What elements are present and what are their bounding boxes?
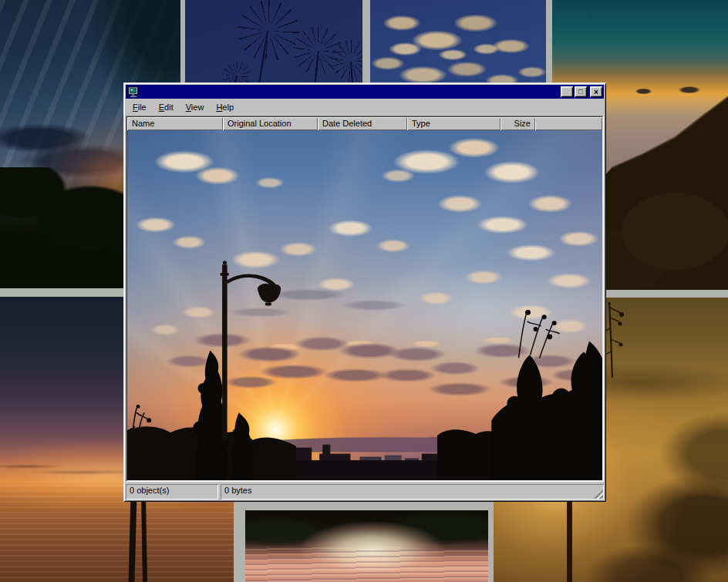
status-bar: 0 object(s) 0 bytes [126,482,604,500]
sunset-streetlamp-photo[interactable] [127,130,602,480]
menu-view[interactable]: View [180,100,211,115]
pole-silhouette [567,500,572,582]
title-bar[interactable]: _ □ × [126,85,604,99]
resize-grip[interactable] [594,489,603,499]
computer-icon [127,86,140,98]
recycle-bin-window: _ □ × File Edit View Help Name Original … [123,82,606,502]
status-bytes: 0 bytes [221,484,604,500]
silhouette-layer [127,130,602,480]
menu-help[interactable]: Help [210,100,240,115]
column-header-original-location[interactable]: Original Location [223,117,318,130]
minimize-button[interactable]: _ [561,86,573,97]
column-header-row: Name Original Location Date Deleted Type… [127,117,602,130]
street-lamp-silhouette [221,261,281,440]
list-view-frame: Name Original Location Date Deleted Type… [126,116,604,482]
menu-edit[interactable]: Edit [153,100,180,115]
column-header-size[interactable]: Size [501,117,535,130]
close-button[interactable]: × [590,86,602,97]
menu-bar: File Edit View Help [126,99,604,116]
column-header-date-deleted[interactable]: Date Deleted [318,117,407,130]
status-objects: 0 object(s) [126,484,218,500]
menu-file[interactable]: File [126,100,153,115]
desktop: _ □ × File Edit View Help Name Original … [0,0,728,582]
umbel-flower-silhouette [238,0,299,62]
wallpaper-tile-reflection [245,510,488,582]
maximize-button[interactable]: □ [575,86,587,97]
column-header-type[interactable]: Type [407,117,501,130]
column-header-filler [535,117,602,130]
column-header-name[interactable]: Name [127,117,223,130]
umbel-flower-silhouette [330,40,362,82]
